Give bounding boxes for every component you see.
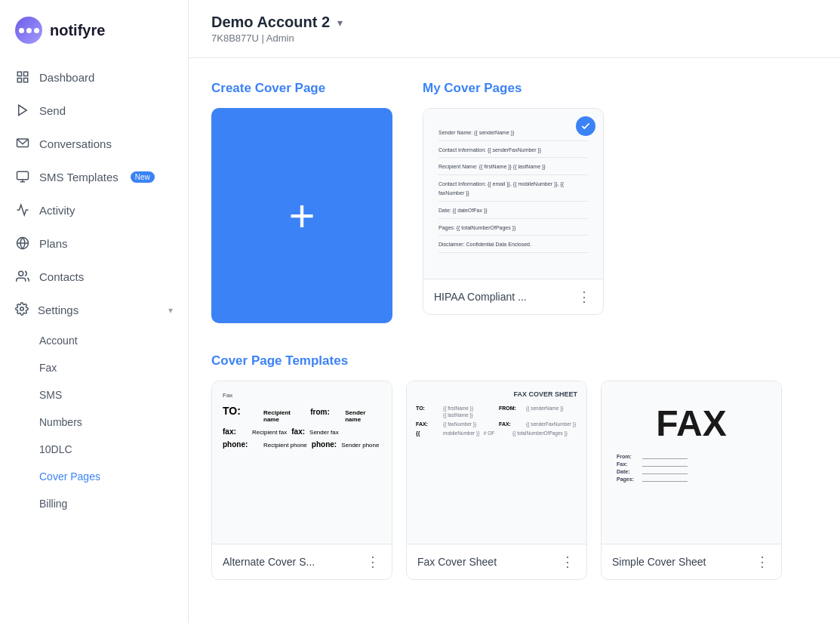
fax-fax-label-2: FAX: (499, 421, 522, 427)
sidebar-sub-item-billing[interactable]: Billing (0, 490, 188, 517)
templates-section: Cover Page Templates Fax TO: Recipient n… (211, 353, 817, 580)
fax-cover-name: Fax Cover Sheet (417, 556, 497, 568)
recipient-phone-label: Recipient phone (263, 442, 307, 449)
sidebar-item-contacts[interactable]: Contacts (0, 260, 188, 293)
hipaa-line-2: Contact Information: {{ senderFaxNumber … (438, 146, 588, 159)
sidebar-item-conversations[interactable]: Conversations (0, 127, 188, 160)
svg-marker-4 (19, 105, 27, 116)
fax-firstname: {{ firstName }} (443, 406, 494, 411)
alt-fax-label: fax: (223, 427, 249, 436)
sidebar-sub-item-fax[interactable]: Fax (0, 354, 188, 381)
alt-fax-row: fax: Recipient fax fax: Sender fax (223, 427, 381, 436)
fax-to-row: TO: {{ firstName }} {{ lastName }} FROM:… (416, 406, 577, 418)
hipaa-card-name: HIPAA Compliant ... (434, 291, 527, 303)
hipaa-line-7: Disclaimer: Confidential Data Enclosed. (438, 240, 588, 253)
sidebar: notifyre Dashboard Send Conversations SM… (0, 0, 189, 623)
sender-label: Sender name (345, 409, 381, 423)
fax-faxnumber: {{ faxNumber }} (443, 421, 494, 427)
create-cover-page-button[interactable]: + (211, 108, 392, 323)
fax-mobile-col: mobileNumber }} # OF (443, 430, 508, 436)
contacts-icon (15, 269, 30, 284)
phone-label-2: phone: (312, 440, 337, 449)
svg-point-11 (19, 271, 23, 276)
sidebar-item-activity[interactable]: Activity (0, 193, 188, 227)
sidebar-sub-item-fax-label: Fax (39, 362, 57, 374)
hipaa-line-6: Pages: {{ totalNumberOfPages }} (438, 224, 588, 236)
sidebar-sub-item-10dlc-label: 10DLC (39, 443, 72, 455)
hipaa-card-menu-button[interactable]: ⋮ (577, 288, 592, 305)
sidebar-sub-item-numbers[interactable]: Numbers (0, 409, 188, 436)
sidebar-item-conversations-label: Conversations (39, 137, 112, 150)
logo-dot-1 (19, 28, 24, 33)
send-icon (15, 103, 30, 118)
simple-fax-row: Fax: (617, 461, 688, 467)
template-card-fax: FAX COVER SHEET TO: {{ firstName }} {{ l… (406, 381, 587, 580)
alternate-cover-name: Alternate Cover S... (223, 556, 315, 568)
simple-date-row: Date: (617, 469, 688, 474)
sidebar-item-sms-templates-label: SMS Templates (39, 171, 118, 184)
sidebar-sub-item-10dlc[interactable]: 10DLC (0, 436, 188, 463)
hipaa-preview: Sender Name: {{ senderName }} Contact In… (423, 109, 603, 279)
simple-pages-value (642, 477, 688, 482)
sidebar-item-send[interactable]: Send (0, 94, 188, 127)
fax-from-label: FROM: (499, 406, 522, 411)
sidebar-settings-label: Settings (38, 304, 78, 316)
hipaa-line-3: Recipient Name: {{ firstName }} {{ lastN… (438, 162, 588, 175)
fax-senderfax-col: {{ senderFaxNumber }} (526, 421, 577, 427)
my-pages-section: My Cover Pages Sender Name: {{ senderNam… (423, 81, 604, 323)
alternate-cover-preview: Fax TO: Recipient name from: Sender name (212, 381, 392, 544)
sidebar-item-sms-templates[interactable]: SMS Templates New (0, 160, 188, 193)
sender-fax-label: Sender fax (309, 429, 339, 436)
fax-cover-menu-button[interactable]: ⋮ (561, 554, 576, 570)
simple-cover-footer: Simple Cover Sheet ⋮ (602, 544, 781, 579)
simple-cover-preview: FAX From: Fax: Da (602, 381, 781, 544)
alternate-cover-menu-button[interactable]: ⋮ (366, 554, 381, 570)
sidebar-sub-item-cover-pages[interactable]: Cover Pages (0, 463, 188, 490)
simple-from-row: From: (617, 454, 688, 459)
fax-mobile-label: {{ (416, 430, 438, 436)
sidebar-item-settings[interactable]: Settings ▾ (0, 293, 188, 327)
alt-fax-header: Fax (223, 392, 381, 399)
sidebar-item-activity-label: Activity (39, 204, 75, 217)
sidebar-item-dashboard-label: Dashboard (39, 71, 94, 84)
sidebar-item-dashboard[interactable]: Dashboard (0, 60, 188, 94)
new-badge: New (131, 171, 155, 183)
sidebar-sub-item-sms[interactable]: SMS (0, 381, 188, 409)
fax-lastname: {{ lastName }} (443, 412, 494, 418)
account-chevron-icon[interactable]: ▾ (337, 17, 343, 29)
hipaa-card-footer: HIPAA Compliant ... ⋮ (423, 279, 603, 314)
fax-fax-col: {{ faxNumber }} (443, 421, 494, 427)
create-section-title: Create Cover Page (211, 81, 392, 96)
svg-rect-6 (17, 171, 29, 180)
svg-rect-1 (24, 72, 28, 76)
sidebar-item-plans[interactable]: Plans (0, 227, 188, 260)
sidebar-sub-item-account[interactable]: Account (0, 327, 188, 354)
fax-fax-row: FAX: {{ faxNumber }} FAX: {{ senderFaxNu… (416, 421, 577, 427)
account-id: 7K8B877U (211, 32, 259, 44)
phone-label: phone: (223, 440, 260, 449)
sidebar-sub-item-billing-label: Billing (39, 498, 67, 510)
simple-pages-row: Pages: (617, 477, 688, 482)
account-details: 7K8B877U | Admin (211, 32, 343, 44)
from-label: from: (310, 408, 340, 416)
fax-from-col: {{ senderName }} (526, 406, 577, 411)
fax-cover-footer: Fax Cover Sheet ⋮ (407, 544, 586, 579)
fax-sendername: {{ senderName }} (526, 406, 577, 411)
hipaa-line-1: Sender Name: {{ senderName }} (438, 128, 588, 141)
account-name: Demo Account 2 (211, 14, 330, 31)
sidebar-sub-item-numbers-label: Numbers (39, 416, 82, 428)
logo-icon (15, 17, 42, 44)
templates-grid: Fax TO: Recipient name from: Sender name (211, 381, 817, 580)
fax-to-label: TO: (416, 406, 438, 411)
conversations-icon (15, 136, 30, 151)
logo-text: notifyre (50, 22, 105, 39)
hipaa-cover-page-card: Sender Name: {{ senderName }} Contact In… (423, 108, 604, 315)
simple-fax-text: FAX (656, 381, 726, 443)
alt-fax-label-2: fax: (291, 427, 305, 436)
simple-cover-menu-button[interactable]: ⋮ (755, 554, 771, 570)
activity-icon (15, 202, 30, 217)
simple-fax-label: Fax: (617, 461, 638, 467)
page-content: Create Cover Page + My Cover Pages Sende… (189, 58, 840, 623)
alternate-cover-footer: Alternate Cover S... ⋮ (212, 544, 392, 579)
sender-phone-label: Sender phone (341, 442, 379, 449)
